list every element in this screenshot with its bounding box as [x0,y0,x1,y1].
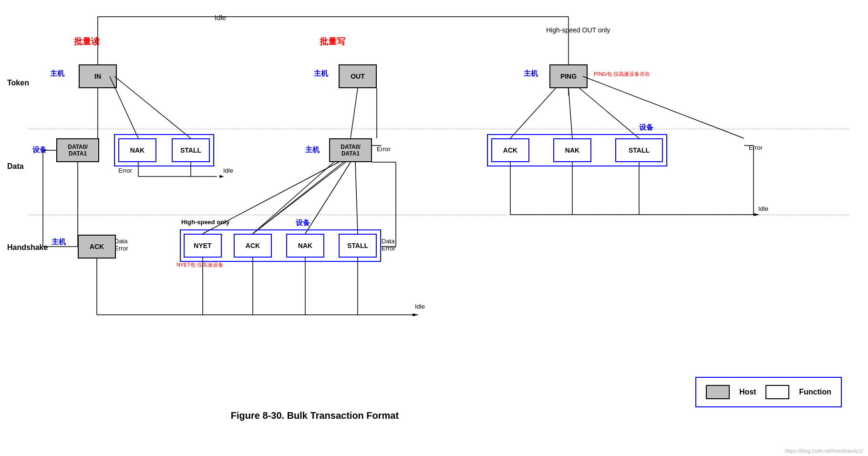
out-box: OUT [339,64,377,88]
host-out-label: 主机 [314,69,328,78]
legend: Host Function [695,377,842,407]
nak-left-box: NAK [118,138,156,162]
idle-bottom-label: Idle [415,303,425,310]
device-data-left-label: 设备 [32,145,47,155]
svg-line-17 [351,88,358,138]
host-ack-label: 主机 [52,238,66,247]
in-box: IN [79,64,117,88]
svg-marker-10 [219,175,224,178]
device-right-label: 设备 [639,123,653,132]
legend-func-box [765,385,789,399]
legend-host-label: Host [739,388,756,396]
diagram-container: Token Data Handshake Idle 批量读 批量写 High-s… [0,0,868,456]
stall-left-box: STALL [172,138,210,162]
svg-line-19 [253,162,334,234]
dashed-line-2 [29,215,849,215]
idle-top-label: Idle [215,13,226,21]
nak-mid-box: NAK [286,234,324,258]
host-in-label: 主机 [50,69,64,78]
data-row-label: Data [7,162,24,171]
data0-data1-left-box: DATA0/DATA1 [56,138,99,162]
svg-line-24 [355,162,358,234]
data-error-left-label: DataError [114,238,128,252]
svg-line-36 [579,88,639,138]
data-error-mid-right-label: DataError [382,238,395,252]
svg-line-35 [568,88,572,138]
ack-mid-box: ACK [234,234,272,258]
ack-right-box: ACK [491,138,529,162]
figure-caption: Figure 8-30. Bulk Transaction Format [148,410,482,421]
host-data-mid-label: 主机 [305,145,320,155]
idle-right-label: Idle [758,205,768,212]
svg-line-23 [305,162,351,234]
high-speed-only-label: High-speed only [181,218,229,226]
nyet-box: NYET [184,234,222,258]
svg-marker-13 [413,313,419,316]
stall-right-box: STALL [615,138,663,162]
high-speed-out-only-label: High-speed OUT only [546,26,610,34]
error-nak-stall-label: Error [118,167,132,174]
bulk-write-label: 批量写 [320,36,345,47]
data0-data1-mid-box: DATA0/DATA1 [329,138,372,162]
token-row-label: Token [7,79,29,87]
device-mid-label: 设备 [296,218,310,228]
ack-handshake-box: ACK [78,235,116,259]
ping-note-label: PING包 仅高速设备存在 [594,71,650,78]
svg-line-34 [510,88,556,138]
nak-right-box: NAK [553,138,591,162]
handshake-row-label: Handshake [7,243,48,252]
ping-box: PING [549,64,588,88]
error-data-mid-label: Error [377,145,391,153]
dashed-line-1 [29,129,849,129]
stall-mid-box: STALL [339,234,377,258]
watermark: https://blog.csdn.net/hereisandy1/ [785,448,864,454]
idle-nak-stall-label: Idle [223,167,233,174]
legend-function-label: Function [799,388,831,396]
bulk-read-label: 批量读 [74,36,100,47]
nyet-note-label: NYET包 仅高速设备 [176,261,223,269]
legend-host-box [706,385,730,399]
host-ping-label: 主机 [524,69,538,78]
error-right-label: Error [749,144,763,151]
